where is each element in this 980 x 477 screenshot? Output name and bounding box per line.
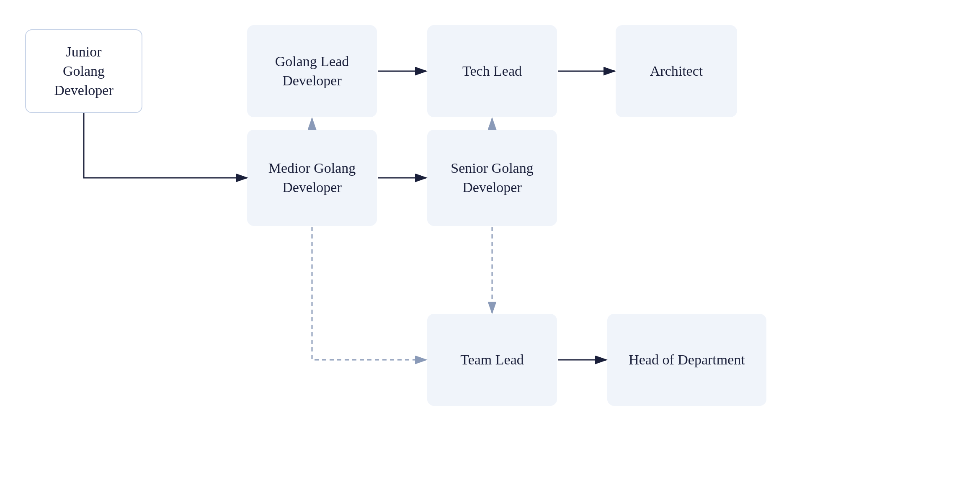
diagram: JuniorGolang Developer Golang LeadDevelo… [0, 0, 980, 477]
node-head-dept: Head of Department [607, 314, 766, 406]
node-tech-lead: Tech Lead [427, 25, 557, 117]
node-golang-lead: Golang LeadDeveloper [247, 25, 377, 117]
node-medior: Medior GolangDeveloper [247, 130, 377, 226]
node-senior: Senior GolangDeveloper [427, 130, 557, 226]
node-team-lead: Team Lead [427, 314, 557, 406]
node-architect: Architect [616, 25, 737, 117]
arrow-junior-medior [84, 113, 247, 178]
node-junior: JuniorGolang Developer [25, 29, 142, 113]
arrow-medior-teamlead [312, 227, 426, 360]
